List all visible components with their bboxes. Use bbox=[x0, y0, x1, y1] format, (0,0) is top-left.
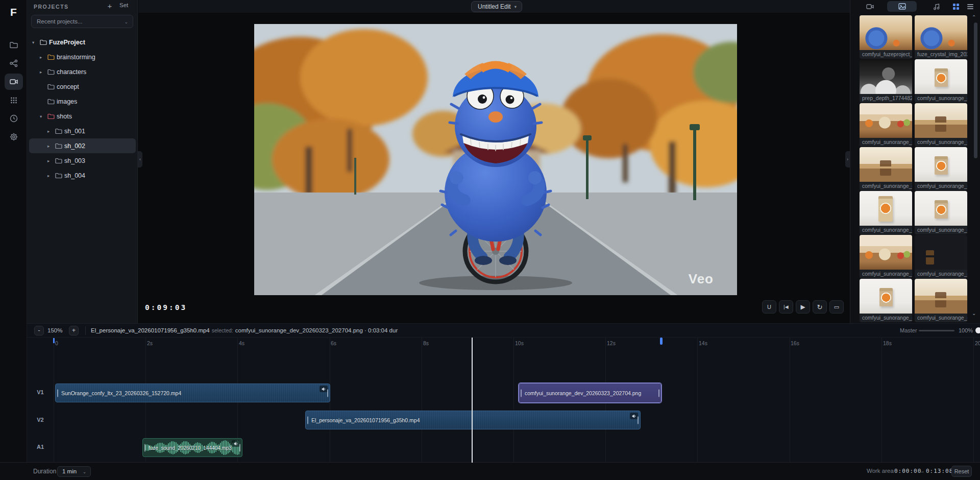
clip-trim-handle-right[interactable] bbox=[638, 416, 639, 424]
library-item[interactable]: comfyui_sunorange_d... bbox=[915, 279, 967, 322]
library-panel: comfyui_fuzeproject_s... fuze_crystal_im… bbox=[850, 0, 980, 323]
zoom-out-button[interactable]: - bbox=[34, 326, 44, 335]
edit-name: Untitled Edit bbox=[478, 3, 511, 10]
top-bar: Untitled Edit ▾ bbox=[138, 0, 850, 13]
clip-trim-handle-left[interactable] bbox=[521, 389, 522, 397]
clip-sunorange-v1[interactable]: SunOrange_confy_ltx_23_20260326_152720.m… bbox=[55, 383, 330, 402]
clip-trim-handle-left[interactable] bbox=[144, 444, 145, 451]
library-item[interactable]: comfyui_sunorange_d... bbox=[915, 147, 967, 190]
tree-item-fuzeproject[interactable]: ▾ FuzeProject bbox=[27, 35, 138, 50]
caret-icon[interactable]: ▾ bbox=[32, 40, 40, 45]
library-scrollbar-thumb[interactable] bbox=[974, 22, 977, 158]
set-project-button[interactable]: Set bbox=[119, 2, 128, 8]
caret-icon[interactable]: ▸ bbox=[47, 158, 55, 163]
tree-item-sh-003[interactable]: ▸ sh_003 bbox=[27, 153, 138, 168]
master-volume-value: 100% bbox=[959, 327, 973, 333]
timeline-info: El_personaje_va_202601071956_g35h0.mp4se… bbox=[91, 327, 398, 333]
library-item[interactable]: comfyui_sunorange_d... bbox=[860, 235, 912, 278]
library-item[interactable]: comfyui_sunorange_d... bbox=[915, 103, 967, 147]
library-item[interactable]: comfyui_sunorange_d... bbox=[915, 59, 967, 103]
thumbnail-caption: comfyui_sunorange_d... bbox=[915, 226, 967, 234]
audio-badge-icon bbox=[630, 413, 638, 419]
thumbnail-caption: comfyui_sunorange_d... bbox=[860, 314, 912, 322]
track-label-v2[interactable]: V2 bbox=[27, 417, 54, 423]
add-project-button[interactable]: + bbox=[105, 2, 115, 11]
master-volume-slider[interactable] bbox=[919, 330, 954, 331]
fit-button[interactable]: ▭ bbox=[829, 300, 844, 314]
folder-icon bbox=[47, 84, 57, 90]
list-view-icon[interactable] bbox=[965, 2, 976, 12]
library-item[interactable]: comfyui_fuzeproject_s... bbox=[860, 15, 912, 59]
tab-audio-icon[interactable] bbox=[931, 2, 942, 12]
tree-item-sh-002-selected[interactable]: ▸ sh_002 bbox=[29, 138, 136, 153]
grid-view-icon-active[interactable] bbox=[950, 2, 962, 12]
recent-projects-select[interactable]: Recent projects... ⌄ bbox=[31, 15, 133, 28]
video-viewer[interactable]: Veo bbox=[254, 24, 737, 295]
library-item[interactable]: comfyui_sunorange_d... bbox=[860, 191, 912, 234]
scroll-down-icon[interactable]: ⌄ bbox=[972, 310, 976, 316]
chevron-down-icon: ⌄ bbox=[83, 467, 86, 477]
zoom-level: 150% bbox=[47, 327, 62, 333]
frames-grid-icon[interactable] bbox=[5, 92, 23, 108]
tree-item-characters[interactable]: ▸ characters bbox=[27, 64, 138, 79]
track-label-v1[interactable]: V1 bbox=[27, 389, 54, 395]
scroll-up-icon[interactable]: ⌃ bbox=[972, 14, 976, 20]
library-item[interactable]: comfyui_sunorange_d... bbox=[915, 191, 967, 234]
tree-item-sh-004[interactable]: ▸ sh_004 bbox=[27, 168, 138, 183]
ruler-tick: 16s bbox=[791, 340, 799, 346]
settings-gear-icon[interactable] bbox=[5, 129, 23, 145]
library-item[interactable]: comfyui_sunorange_d... bbox=[860, 103, 912, 147]
clip-trim-handle-left[interactable] bbox=[57, 389, 58, 397]
tab-images-active[interactable] bbox=[887, 1, 917, 12]
video-camera-icon[interactable] bbox=[5, 74, 23, 90]
reset-work-area-button[interactable]: Reset bbox=[951, 466, 972, 477]
loop-button[interactable]: ↻ bbox=[813, 300, 827, 314]
u-button[interactable]: U bbox=[762, 300, 776, 314]
chevron-down-icon: ▾ bbox=[514, 4, 517, 9]
caret-icon[interactable]: ▸ bbox=[47, 129, 55, 134]
left-rail: F ››› bbox=[0, 0, 27, 480]
caret-icon[interactable]: ▸ bbox=[47, 143, 55, 149]
clip-el-personaje-v2[interactable]: El_personaje_va_202601071956_g35h0.mp4 bbox=[305, 411, 641, 429]
library-item[interactable]: prep_depth_17744820... bbox=[860, 59, 912, 103]
library-item[interactable]: comfyui_sunorange_d... bbox=[915, 235, 967, 278]
clip-trim-handle-left[interactable] bbox=[307, 416, 308, 424]
caret-icon[interactable]: ▸ bbox=[40, 69, 47, 75]
library-item[interactable]: comfyui_sunorange_d... bbox=[860, 147, 912, 190]
playhead[interactable] bbox=[472, 338, 473, 463]
tree-item-images[interactable]: images bbox=[27, 94, 138, 109]
clip-label: El_personaje_va_202601071956_g35h0.mp4 bbox=[311, 417, 420, 423]
skip-start-button[interactable]: |◀ bbox=[779, 300, 793, 314]
work-area-start-marker[interactable] bbox=[53, 338, 55, 343]
collapse-right-panel-handle[interactable]: › bbox=[845, 151, 850, 167]
duration-select[interactable]: 1 min ⌄ bbox=[57, 466, 91, 477]
play-button[interactable]: ▶ bbox=[796, 300, 810, 314]
tab-video-clips-icon[interactable] bbox=[865, 2, 876, 12]
clip-trim-handle-right[interactable] bbox=[327, 389, 328, 397]
tree-item-shots[interactable]: ▾ shots bbox=[27, 109, 138, 124]
clip-fuze-sound-a1[interactable]: fuze_sound_20260210_144404.mp3 bbox=[142, 438, 242, 457]
library-item[interactable]: fuze_crystal_img_2026... bbox=[915, 15, 967, 59]
clip-trim-handle-right[interactable] bbox=[239, 444, 240, 451]
tree-item-concept[interactable]: concept bbox=[27, 79, 138, 94]
library-item[interactable]: comfyui_sunorange_d... bbox=[860, 279, 912, 322]
tree-item-label: FuzeProject bbox=[49, 39, 85, 46]
collapse-left-panel-handle[interactable]: ‹ bbox=[138, 151, 142, 167]
clip-comfyui-png-selected[interactable]: comfyui_sunorange_dev_20260323_202704.pn… bbox=[519, 383, 662, 403]
track-label-a1[interactable]: A1 bbox=[27, 444, 54, 450]
caret-icon[interactable]: ▸ bbox=[47, 173, 55, 178]
zoom-in-button[interactable]: + bbox=[69, 326, 79, 335]
master-volume-knob[interactable] bbox=[975, 327, 980, 333]
clip-trim-handle-right[interactable] bbox=[658, 389, 659, 397]
share-graph-icon[interactable] bbox=[5, 55, 23, 71]
caret-icon[interactable]: ▸ bbox=[40, 55, 47, 60]
folder-icon bbox=[55, 128, 64, 134]
clock-icon[interactable] bbox=[5, 110, 23, 127]
tree-item-brainstorming[interactable]: ▸ brainstorming bbox=[27, 50, 138, 64]
edit-name-dropdown[interactable]: Untitled Edit ▾ bbox=[471, 1, 522, 12]
folder-icon[interactable] bbox=[5, 37, 23, 53]
timeline-ruler[interactable]: 0 2s 4s 6s 8s 10s 12s 14s 16s 18s 20s bbox=[27, 338, 980, 352]
work-area-end-marker[interactable] bbox=[660, 338, 663, 345]
caret-icon[interactable]: ▾ bbox=[40, 114, 47, 119]
tree-item-sh-001[interactable]: ▸ sh_001 bbox=[27, 124, 138, 138]
